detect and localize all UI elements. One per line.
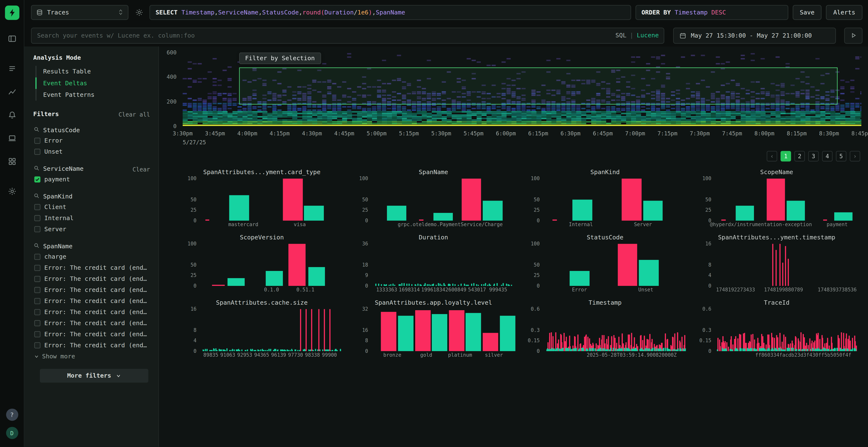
bar-pink[interactable] [767, 179, 785, 220]
filter-option-error[interactable]: Error [33, 135, 153, 145]
source-settings-gear-icon[interactable] [133, 6, 145, 18]
bar-green[interactable] [304, 206, 324, 220]
checkbox-icon[interactable] [34, 298, 40, 304]
panel-left-icon[interactable] [4, 31, 20, 46]
bar-green[interactable] [466, 313, 481, 351]
chart-plot[interactable] [201, 179, 342, 220]
chart-plot[interactable] [373, 309, 514, 351]
bar-green[interactable] [398, 316, 413, 351]
bar-pink[interactable] [419, 220, 424, 220]
chart-plot[interactable] [373, 179, 514, 220]
filter-option-error-the-credit-card-end[interactable]: Error: The credit card (end… [33, 340, 153, 350]
analysis-mode-event-patterns[interactable]: Event Patterns [35, 89, 153, 101]
page-button-5[interactable]: 5 [836, 151, 846, 162]
logs-icon[interactable] [4, 61, 20, 76]
filter-option-client[interactable]: Client [33, 202, 153, 212]
bar-pink[interactable] [283, 179, 303, 220]
show-more-toggle[interactable]: Show more [33, 353, 153, 360]
filter-option-server[interactable]: Server [33, 224, 153, 234]
chart-plot[interactable] [201, 244, 342, 286]
source-select[interactable]: Traces [31, 5, 128, 20]
alerts-button[interactable]: Alerts [826, 5, 863, 20]
search-icon[interactable] [33, 165, 40, 173]
search-icon[interactable] [33, 126, 40, 134]
bar-green[interactable] [266, 271, 283, 286]
bar-pink[interactable] [288, 244, 305, 286]
clear-all-link[interactable]: Clear all [119, 111, 153, 117]
filter-option-unset[interactable]: Unset [33, 146, 153, 156]
bar-pink[interactable] [721, 220, 726, 220]
filter-option-charge[interactable]: charge [33, 252, 153, 262]
bar-green[interactable] [569, 271, 589, 286]
chart-icon[interactable] [4, 84, 20, 100]
page-button-4[interactable]: 4 [822, 151, 833, 162]
settings-icon[interactable] [4, 183, 20, 199]
bar-pink[interactable] [449, 310, 464, 351]
filter-option-error-the-credit-card-end[interactable]: Error: The credit card (end… [33, 263, 153, 273]
bar-pink[interactable] [205, 220, 210, 220]
checkbox-icon[interactable] [34, 265, 40, 271]
chart-plot[interactable] [716, 309, 857, 351]
chart-plot[interactable] [716, 244, 857, 286]
run-query-button[interactable] [844, 28, 863, 44]
checkbox-icon[interactable] [34, 320, 40, 326]
bar-pink[interactable] [553, 220, 557, 220]
search-icon[interactable] [33, 242, 40, 250]
chart-plot[interactable] [201, 309, 342, 351]
checkbox-icon[interactable] [34, 253, 40, 260]
analysis-mode-event-deltas[interactable]: Event Deltas [35, 77, 153, 89]
checkbox-icon[interactable] [34, 215, 40, 221]
chart-plot[interactable] [544, 244, 685, 286]
checkbox-icon[interactable] [34, 176, 40, 182]
search-input[interactable] [31, 28, 664, 44]
bar-green[interactable] [572, 200, 592, 220]
bar-green[interactable] [229, 195, 249, 220]
checkbox-icon[interactable] [34, 309, 40, 315]
chart-plot[interactable] [544, 179, 685, 220]
page-button-1[interactable]: 1 [780, 151, 791, 162]
filter-option-error-the-credit-card-end[interactable]: Error: The credit card (end… [33, 296, 153, 306]
chart-plot[interactable] [544, 309, 685, 351]
user-avatar[interactable]: D [6, 427, 18, 439]
checkbox-icon[interactable] [34, 286, 40, 293]
filter-option-error-the-credit-card-end[interactable]: Error: The credit card (end… [33, 274, 153, 283]
more-filters-button[interactable]: More filters [40, 369, 148, 382]
mode-sql[interactable]: SQL [615, 32, 626, 39]
page-button-3[interactable]: 3 [808, 151, 819, 162]
filter-option-error-the-credit-card-end[interactable]: Error: The credit card (end… [33, 307, 153, 317]
bar-green[interactable] [834, 212, 852, 220]
bar-green[interactable] [433, 213, 453, 220]
date-range-picker[interactable]: May 27 15:30:00 - May 27 21:00:00 [673, 28, 836, 44]
page-button-2[interactable]: 2 [795, 151, 805, 162]
checkbox-icon[interactable] [34, 342, 40, 348]
filter-option-error-the-credit-card-end[interactable]: Error: The credit card (end… [33, 329, 153, 339]
checkbox-icon[interactable] [34, 276, 40, 282]
next-page-button[interactable]: › [850, 151, 860, 162]
prev-page-button[interactable]: ‹ [767, 151, 777, 162]
bell-icon[interactable] [4, 107, 20, 123]
checkbox-icon[interactable] [34, 331, 40, 337]
bar-pink[interactable] [415, 310, 430, 351]
sql-orderby-input[interactable]: ORDER BYTimestamp DESC [635, 5, 788, 20]
bar-pink[interactable] [381, 312, 396, 351]
bar-green[interactable] [786, 200, 805, 220]
filter-option-internal[interactable]: Internal [33, 213, 153, 223]
filter-option-payment[interactable]: payment [33, 174, 153, 184]
chart-plot[interactable] [716, 179, 857, 220]
bar-pink[interactable] [622, 179, 642, 220]
bar-green[interactable] [308, 267, 325, 286]
bar-pink[interactable] [462, 179, 481, 220]
sessions-icon[interactable] [4, 131, 20, 146]
analysis-mode-results-table[interactable]: Results Table [35, 66, 153, 77]
save-button[interactable]: Save [793, 5, 822, 20]
dashboards-icon[interactable] [4, 153, 20, 169]
bar-pink[interactable] [618, 244, 637, 286]
filter-clear-link[interactable]: Clear [133, 166, 153, 172]
sql-select-input[interactable]: SELECTTimestamp,ServiceName,StatusCode,r… [150, 5, 631, 20]
bar-pink[interactable] [483, 333, 498, 351]
bar-green[interactable] [483, 200, 502, 220]
bar-green[interactable] [736, 206, 754, 220]
checkbox-icon[interactable] [34, 204, 40, 210]
mode-lucene[interactable]: Lucene [637, 32, 659, 39]
checkbox-icon[interactable] [34, 148, 40, 154]
